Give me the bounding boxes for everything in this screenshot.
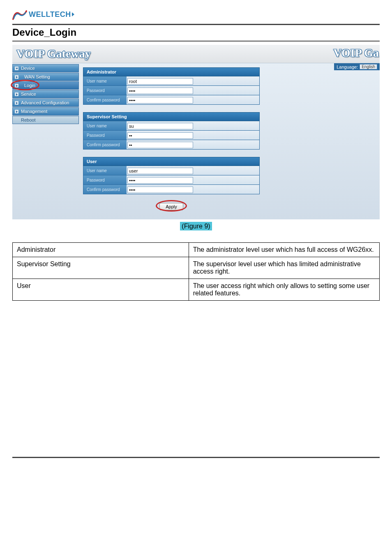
sidebar-label-login: Login — [24, 83, 35, 88]
section-header-user: User — [83, 157, 260, 166]
supervisor-username-input[interactable] — [127, 123, 193, 129]
logo-caret-icon — [72, 12, 74, 16]
chevron-right-icon — [15, 92, 18, 96]
sidebar-label-service: Service — [21, 92, 36, 97]
sidebar-item-wan-setting[interactable]: WAN Setting — [12, 73, 79, 81]
chevron-down-icon — [15, 67, 18, 70]
user-password-label: Password — [83, 176, 127, 184]
section-header-supervisor: Supervisor Setting — [83, 112, 260, 121]
admin-password-input[interactable] — [127, 88, 193, 94]
sidebar-item-service[interactable]: Service — [12, 90, 79, 98]
desc-term: Supervisor Setting — [13, 257, 189, 279]
supervisor-password-row: Password — [83, 131, 260, 140]
admin-username-row: User name — [83, 76, 260, 86]
app-title-left: VOIP Gateway — [12, 45, 95, 63]
content-area: Administrator User name Password Confirm… — [79, 63, 380, 219]
title-bar: Device_Login — [12, 24, 380, 41]
admin-confirm-row: Confirm password — [83, 95, 260, 105]
figure-label-text: (Figure 9) — [180, 222, 212, 230]
supervisor-password-label: Password — [83, 131, 127, 139]
sidebar-item-advanced-configuration[interactable]: Advanced Configuration — [12, 99, 79, 107]
admin-password-row: Password — [83, 86, 260, 95]
desc-text: The supervisor level user which has limi… — [189, 257, 379, 279]
app-title-right: VOIP Ga — [333, 45, 380, 60]
page-title: Device_Login — [12, 27, 380, 38]
table-row: Supervisor Setting The supervisor level … — [13, 257, 380, 279]
sidebar-label-reboot: Reboot — [21, 117, 35, 122]
table-row: Administrator The administrator level us… — [13, 243, 380, 257]
logo-text: WELLTECH — [29, 10, 71, 19]
sidebar-item-management[interactable]: Management — [12, 107, 79, 115]
sidebar-label-device: Device — [21, 66, 35, 71]
user-username-row: User name — [83, 166, 260, 175]
desc-term: User — [13, 279, 189, 301]
logo-area: WELLTECH — [12, 8, 380, 24]
user-confirm-row: Confirm password — [83, 185, 260, 194]
supervisor-password-input[interactable] — [127, 132, 193, 139]
welltech-logo-icon — [12, 8, 27, 21]
description-table: Administrator The administrator level us… — [12, 242, 380, 301]
desc-term: Administrator — [13, 243, 189, 257]
chevron-right-icon — [15, 101, 18, 105]
sidebar-item-reboot[interactable]: Reboot — [12, 116, 79, 124]
supervisor-username-label: User name — [83, 122, 127, 130]
supervisor-confirm-input[interactable] — [127, 142, 193, 148]
admin-confirm-input[interactable] — [127, 97, 193, 104]
app-header: VOIP Gateway VOIP Ga Language: English — [12, 45, 380, 63]
admin-confirm-label: Confirm password — [83, 96, 127, 104]
chevron-right-icon — [15, 110, 18, 113]
sidebar-label-advanced: Advanced Configuration — [21, 100, 69, 105]
user-password-row: Password — [83, 175, 260, 185]
admin-username-label: User name — [83, 77, 127, 85]
sidebar-label-wan: WAN Setting — [24, 74, 50, 79]
chevron-right-icon — [15, 75, 18, 79]
sidebar-item-device[interactable]: Device — [12, 64, 79, 72]
user-confirm-label: Confirm password — [83, 186, 127, 193]
supervisor-confirm-row: Confirm password — [83, 140, 260, 150]
footer-divider — [12, 457, 380, 458]
supervisor-username-row: User name — [83, 121, 260, 131]
sidebar-item-login[interactable]: Login — [12, 81, 79, 90]
desc-text: The administrator level user which has f… — [189, 243, 379, 257]
figure-label: (Figure 9) — [12, 223, 380, 230]
section-header-administrator: Administrator — [83, 67, 260, 76]
user-username-label: User name — [83, 167, 127, 175]
apply-button[interactable]: Apply — [159, 203, 183, 210]
admin-password-label: Password — [83, 87, 127, 94]
sidebar: Device WAN Setting Login Service Advance… — [12, 63, 79, 219]
user-username-input[interactable] — [127, 168, 193, 174]
user-password-input[interactable] — [127, 177, 193, 184]
chevron-right-icon — [15, 84, 18, 88]
supervisor-confirm-label: Confirm password — [83, 141, 127, 149]
sidebar-label-management: Management — [21, 109, 47, 114]
user-confirm-input[interactable] — [127, 187, 193, 193]
desc-text: The user access right which only allows … — [189, 279, 379, 301]
admin-username-input[interactable] — [127, 78, 193, 85]
table-row: User The user access right which only al… — [13, 279, 380, 301]
